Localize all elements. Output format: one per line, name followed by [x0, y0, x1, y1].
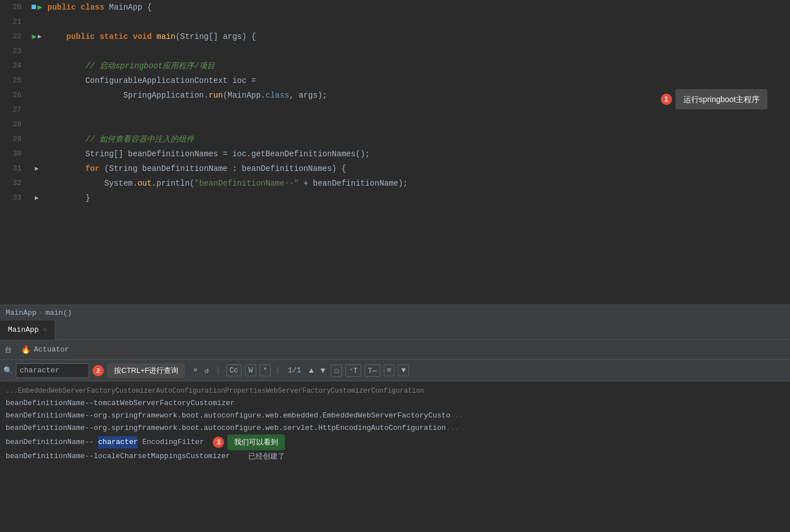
breadcrumb-file: MainApp — [6, 309, 37, 317]
breadcrumb-method: main() — [45, 309, 72, 317]
code-line-30: 30 String[] beanDefinitionNames = ioc.ge… — [0, 147, 790, 161]
console-line-4-after: EncodingFilter — [142, 436, 204, 449]
line-num-32: 32 — [0, 176, 28, 191]
line-num-24: 24 — [0, 59, 28, 73]
gutter-31: ▶ — [28, 161, 45, 176]
code-line-29: 29 // 如何查看容器中注入的组件 — [0, 132, 790, 147]
search-rect-btn[interactable]: ☐ — [331, 364, 342, 377]
stop-icon: ■ — [31, 0, 37, 15]
search-up-btn[interactable]: ▲ — [307, 365, 316, 376]
console-line-5-text: beanDefinitionName--localeCharsetMapping… — [6, 450, 230, 463]
search-input-value[interactable]: character — [20, 366, 59, 375]
search-sep-1: | — [216, 366, 220, 375]
search-add-btn[interactable]: ⁺T — [345, 364, 361, 377]
line-content-25: ConfigurableApplicationContext ioc = — [45, 73, 790, 88]
gutter-20: ■ ▶ — [28, 0, 45, 15]
search-icon: 🔍 — [3, 366, 12, 375]
search-w-btn[interactable]: W — [245, 364, 256, 376]
breadcrumb-bar: MainApp › main() — [0, 305, 790, 320]
console-line-4: beanDefinitionName--characterEncodingFil… — [6, 434, 784, 450]
search-filter-btn[interactable]: ▼ — [398, 364, 409, 376]
code-line-31: 31 ▶ for (String beanDefinitionName : be… — [0, 161, 790, 176]
code-line-28: 28 — [0, 117, 790, 132]
search-sep-2: | — [275, 366, 280, 375]
line-content-30: String[] beanDefinitionNames = ioc.getBe… — [45, 147, 790, 161]
code-line-21: 21 — [0, 15, 790, 29]
line-num-20: 20 — [0, 0, 28, 15]
search-badge-num: 2 — [93, 365, 104, 376]
search-bar: 🔍 character 2 按CTRL+F进行查询 × ↺ | Cc W * |… — [0, 360, 790, 381]
search-undo-btn[interactable]: ↺ — [202, 365, 211, 376]
search-count: 1/1 — [288, 366, 301, 375]
code-line-24: 24 // 启动springboot应用程序/项目 — [0, 59, 790, 73]
tooltip-1: 1 运行springboot主程序 — [661, 89, 767, 109]
line-num-31: 31 — [0, 161, 28, 176]
tab-bar: MainApp × — [0, 320, 790, 340]
run-icon-22[interactable]: ▶ — [32, 29, 36, 44]
search-down-btn[interactable]: ▼ — [318, 365, 327, 376]
code-line-27: 27 — [0, 103, 790, 117]
annotation-3-wrap: 3 我们可以看到 — [213, 434, 285, 450]
line-num-26: 26 — [0, 88, 28, 103]
console-tab-text: 台 — [5, 345, 12, 355]
line-content-33: } — [45, 191, 790, 205]
line-num-29: 29 — [0, 132, 28, 147]
search-cc-btn[interactable]: Cc — [226, 364, 242, 376]
line-num-28: 28 — [0, 117, 28, 132]
code-editor: 20 ■ ▶ public class MainApp { 21 22 ▶ ▶ … — [0, 0, 790, 305]
line-content-22: public static void main(String[] args) { — [45, 29, 790, 44]
console-line-5: beanDefinitionName--localeCharsetMapping… — [6, 450, 784, 463]
tab-mainapp[interactable]: MainApp × — [0, 320, 55, 340]
line-content-20: public class MainApp { — [45, 0, 790, 15]
line-num-25: 25 — [0, 73, 28, 88]
search-hint-text: 按CTRL+F进行查询 — [107, 363, 185, 378]
run-icon-20[interactable]: ▶ — [38, 0, 42, 15]
search-star-btn[interactable]: * — [260, 364, 271, 376]
search-align-btn[interactable]: ≡ — [384, 364, 395, 376]
search-controls: × ↺ | Cc W * | 1/1 ▲ ▼ ☐ ⁺T T̶ ≡ ▼ — [191, 364, 409, 377]
console-output: ...EmbeddedWebServerFactoryCustomizerAut… — [0, 381, 790, 466]
annotation-num-3: 3 — [213, 437, 224, 448]
console-tab-label: 台 — [5, 345, 12, 355]
console-line-3: beanDefinitionName--org.springframework.… — [6, 422, 784, 434]
bookmark-icon-31: ▶ — [35, 161, 39, 176]
tooltip-1-text: 运行springboot主程序 — [675, 89, 767, 109]
console-line-4-before: beanDefinitionName-- — [6, 436, 94, 449]
line-num-30: 30 — [0, 147, 28, 161]
line-num-22: 22 — [0, 29, 28, 44]
console-line-1: beanDefinitionName--tomcatWebServerFacto… — [6, 397, 784, 410]
line-content-29: // 如何查看容器中注入的组件 — [45, 132, 790, 147]
actuator-label: Actuator — [34, 345, 69, 354]
code-line-25: 25 ConfigurableApplicationContext ioc = — [0, 73, 790, 88]
search-input-wrap[interactable]: character — [16, 363, 89, 378]
console-line-2: beanDefinitionName--org.springframework.… — [6, 410, 784, 422]
bottom-note: 已经创建了 — [248, 450, 285, 463]
code-line-20: 20 ■ ▶ public class MainApp { — [0, 0, 790, 15]
code-line-23: 23 — [0, 44, 790, 59]
line-content-31: for (String beanDefinitionName : beanDef… — [45, 161, 790, 176]
tab-mainapp-label: MainApp — [8, 326, 39, 334]
line-num-23: 23 — [0, 44, 28, 59]
line-num-21: 21 — [0, 15, 28, 29]
actuator-icon: 🔥 — [21, 345, 30, 354]
console-toolbar: 台 🔥 Actuator — [0, 340, 790, 360]
console-line-4-highlight: character — [98, 436, 138, 449]
search-strikethrough-btn[interactable]: T̶ — [365, 364, 380, 377]
code-line-32: 32 System.out.println("beanDefinitionNam… — [0, 176, 790, 191]
actuator-tab[interactable]: 🔥 Actuator — [21, 345, 69, 354]
line-num-33: 33 — [0, 191, 28, 205]
code-line-33: 33 ▶ } — [0, 191, 790, 205]
breadcrumb-sep-1: › — [39, 309, 43, 317]
line-num-27: 27 — [0, 103, 28, 117]
annotation-3-text: 我们可以看到 — [227, 434, 285, 450]
gutter-22: ▶ ▶ — [28, 29, 45, 44]
search-close-btn[interactable]: × — [191, 365, 200, 376]
line-content-32: System.out.println("beanDefinitionName--… — [45, 176, 790, 191]
bookmark-icon-33: ▶ — [35, 191, 39, 205]
code-line-22: 22 ▶ ▶ public static void main(String[] … — [0, 29, 790, 44]
bookmark-icon-22: ▶ — [38, 29, 42, 44]
console-line-0: ...EmbeddedWebServerFactoryCustomizerAut… — [6, 385, 784, 397]
line-content-24: // 启动springboot应用程序/项目 — [45, 59, 790, 73]
code-line-26: 26 SpringApplication.run(MainApp.class, … — [0, 88, 790, 103]
tab-close-mainapp[interactable]: × — [43, 327, 47, 333]
